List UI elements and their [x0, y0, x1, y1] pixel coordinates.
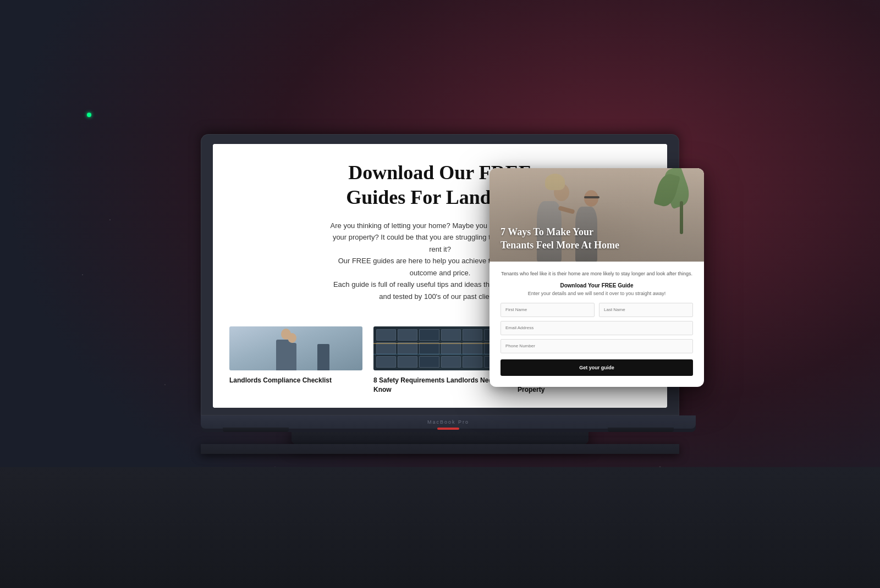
laptop-foot-left [223, 428, 289, 432]
guide-card-title-compliance: Landlords Compliance Checklist [229, 376, 362, 385]
macbook-label: MacBook Pro [427, 419, 469, 425]
guide-image-compliance [229, 326, 362, 370]
popup-form-subtitle: Enter your details and we will send it o… [501, 291, 693, 296]
popup-hero-image: 7 Ways To Make Your Tenants Feel More At… [490, 168, 704, 262]
guide-image-safety [373, 326, 507, 370]
laptop-foot-right [608, 428, 674, 432]
table-surface [201, 444, 679, 454]
phone-input[interactable] [501, 339, 693, 353]
popup-card: 7 Ways To Make Your Tenants Feel More At… [490, 168, 704, 387]
compliance-image-bg [229, 326, 362, 370]
popup-name-row [501, 303, 693, 317]
email-input[interactable] [501, 321, 693, 335]
get-guide-button[interactable]: Get your guide [501, 359, 693, 376]
guide-card-title-safety: 8 Safety Requirements Landlords Need To … [373, 376, 507, 395]
popup-form-area: Tenants who feel like it is their home a… [490, 262, 704, 387]
laptop-stand [292, 429, 588, 444]
laptop-keyboard-bar: MacBook Pro [201, 415, 696, 429]
last-name-input[interactable] [599, 303, 693, 317]
popup-subtitle: Tenants who feel like it is their home a… [501, 270, 693, 278]
popup-form-title: Download Your FREE Guide [501, 282, 693, 289]
guide-card-compliance[interactable]: Landlords Compliance Checklist [229, 326, 362, 395]
guide-card-safety[interactable]: 8 Safety Requirements Landlords Need To … [373, 326, 507, 395]
first-name-input[interactable] [501, 303, 595, 317]
safety-image-bg [373, 326, 507, 370]
popup-hero-title: 7 Ways To Make Your Tenants Feel More At… [501, 226, 619, 252]
laptop-notch [437, 428, 459, 430]
